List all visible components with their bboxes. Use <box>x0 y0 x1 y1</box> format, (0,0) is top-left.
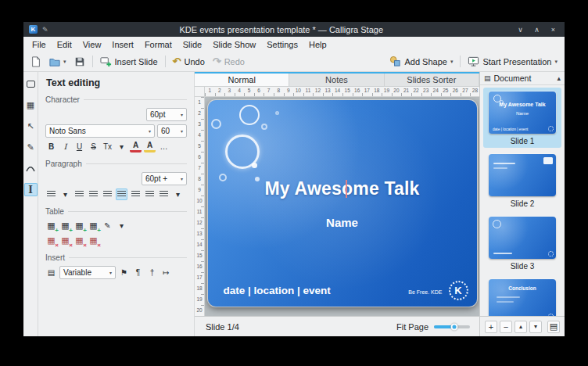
menu-item[interactable]: Format <box>139 38 177 51</box>
table-tool-button[interactable]: ▦ <box>24 99 38 112</box>
slide-1-preview: My Awesome Talk Name date | location | e… <box>489 92 556 134</box>
underline-button[interactable]: U <box>74 141 85 152</box>
menu-item[interactable]: View <box>77 38 107 51</box>
tab-normal[interactable]: Normal <box>195 74 289 86</box>
align-left-button[interactable] <box>102 188 113 200</box>
list-style-chevron-icon[interactable]: ▾ <box>59 188 71 200</box>
path-tool-button[interactable] <box>24 162 38 175</box>
save-button[interactable] <box>71 54 88 70</box>
toolbar-separator <box>460 56 461 67</box>
split-cells-button[interactable]: ▦× <box>88 235 99 246</box>
menu-item[interactable]: Edit <box>52 38 77 51</box>
move-slide-up-button[interactable]: ▴ <box>514 321 527 333</box>
text-color-button[interactable]: A <box>130 141 142 152</box>
highlight-color-button[interactable]: A <box>144 141 156 152</box>
move-slide-down-button[interactable]: ▾ <box>529 321 542 333</box>
menu-item[interactable]: Slide Show <box>207 38 261 51</box>
add-shape-button[interactable]: Add Shape ▾ <box>386 53 456 70</box>
menu-item[interactable]: Help <box>303 38 332 51</box>
section-table: Table <box>45 207 187 216</box>
titlebar[interactable]: K ✎ KDE events presentation template * —… <box>23 22 565 37</box>
italic-button[interactable]: I <box>59 141 71 152</box>
variable-combo[interactable]: Variable ▾ <box>59 266 116 279</box>
insert-row-above-button[interactable]: ▦+ <box>45 220 57 231</box>
slide-subtitle-text[interactable]: Name <box>208 216 477 229</box>
text-tool-button[interactable]: I <box>24 183 38 196</box>
align-right-icon <box>131 191 140 198</box>
character-style-combo[interactable]: 60pt ▾ <box>146 108 187 121</box>
chevron-down-icon[interactable]: ▾ <box>116 141 127 152</box>
open-chevron-icon: ▾ <box>63 59 66 65</box>
slide-footer-text[interactable]: date | location | event <box>224 285 331 296</box>
paragraph-format-button[interactable] <box>158 188 170 200</box>
slide-canvas[interactable]: My Awesome Talk Name date | location | e… <box>205 97 479 316</box>
menu-item[interactable]: Slide <box>177 38 207 51</box>
slide-thumbnail-2[interactable]: Slide 2 <box>483 150 561 210</box>
open-button[interactable]: ▾ <box>46 54 70 70</box>
maximize-button[interactable]: ∧ <box>531 26 543 34</box>
zoom-slider[interactable] <box>434 325 470 328</box>
delete-column-button[interactable]: ▦× <box>59 235 71 246</box>
tab-slides-sorter[interactable]: Slides Sorter <box>385 74 479 86</box>
merge-cells-button[interactable]: ▦× <box>74 235 85 246</box>
pencil-icon: ✎ <box>42 26 48 34</box>
docker-collapse-icon[interactable]: ▴ <box>557 74 561 82</box>
strikethrough-button[interactable]: S <box>88 141 99 152</box>
zoom-slider-handle[interactable] <box>450 323 457 330</box>
redo-button[interactable]: ↷ Redo <box>210 54 248 69</box>
align-right-button[interactable] <box>130 188 142 200</box>
font-family-combo[interactable]: Noto Sans ▾ <box>45 124 155 138</box>
decrease-indent-button[interactable] <box>74 188 85 200</box>
slide-thumbnail-1[interactable]: My Awesome Talk Name date | location | e… <box>483 88 561 148</box>
bold-button[interactable]: B <box>45 141 57 152</box>
slide-page[interactable]: My Awesome Talk Name date | location | e… <box>208 100 477 307</box>
close-button[interactable]: × <box>547 26 559 34</box>
master-slides-button[interactable]: ▤ <box>547 321 560 333</box>
menu-item[interactable]: Insert <box>106 38 139 51</box>
zoom-mode-label[interactable]: Fit Page <box>396 322 428 332</box>
slide-thumbnail-4[interactable]: Conclusion Slide 4 <box>483 275 561 316</box>
slide-thumbnail-label: Slide 2 <box>511 199 535 208</box>
subscript-superscript-button[interactable]: Tx <box>102 141 113 152</box>
delete-row-button[interactable]: ▦× <box>45 235 57 246</box>
remove-slide-button[interactable]: − <box>500 321 512 333</box>
shape-tool-button[interactable] <box>24 77 38 91</box>
chevron-down-icon[interactable]: ▾ <box>116 220 127 231</box>
selection-tool-button[interactable]: ↖ <box>24 120 38 133</box>
tab-notes[interactable]: Notes <box>289 74 384 86</box>
list-icon <box>47 191 56 198</box>
menu-item[interactable]: File <box>27 38 52 51</box>
slide-counter: Slide 1/4 <box>206 322 239 332</box>
align-center-button[interactable] <box>116 188 127 200</box>
outdent-icon <box>75 191 84 198</box>
font-size-combo[interactable]: 60 ▾ <box>157 124 187 138</box>
chevron-down-icon[interactable]: ▾ <box>172 188 184 200</box>
start-presentation-button[interactable]: Start Presentation ▾ <box>464 53 561 70</box>
bullet-list-button[interactable] <box>45 188 57 200</box>
insert-footnote-button[interactable]: † <box>146 267 158 278</box>
table-border-pen-button[interactable]: ✎ <box>102 220 113 231</box>
insert-bookmark-button[interactable]: ⚑ <box>118 267 130 278</box>
insert-slide-button[interactable]: Insert Slide <box>97 53 161 70</box>
undo-button[interactable]: ↶ Undo <box>170 54 208 69</box>
toolbar-separator <box>92 56 93 67</box>
increase-indent-button[interactable] <box>88 188 99 200</box>
add-slide-button[interactable]: + <box>485 321 497 333</box>
section-character: Character <box>45 95 187 104</box>
docker-header[interactable]: ▤ Document ▴ <box>480 72 565 85</box>
paragraph-spacing-combo[interactable]: 60pt + ▾ <box>142 172 187 185</box>
more-character-options-button[interactable]: … <box>158 141 170 152</box>
slide-thumbnail-3[interactable]: Slide 3 <box>483 213 561 273</box>
minimize-button[interactable]: ∨ <box>514 26 526 34</box>
insert-tab-button[interactable]: ↦ <box>160 267 172 278</box>
insert-frame-button[interactable]: ▤ <box>45 267 57 278</box>
align-justify-button[interactable] <box>144 188 156 200</box>
menu-item[interactable]: Settings <box>261 38 303 51</box>
slide-title-text[interactable]: My Awesome Talk <box>208 178 477 199</box>
insert-row-below-button[interactable]: ▦+ <box>59 220 71 231</box>
new-document-button[interactable] <box>27 54 45 70</box>
insert-column-left-button[interactable]: ▦+ <box>74 220 85 231</box>
formatting-marks-button[interactable]: ¶ <box>132 267 144 278</box>
insert-column-right-button[interactable]: ▦+ <box>88 220 99 231</box>
pen-tool-button[interactable]: ✎ <box>24 141 38 154</box>
